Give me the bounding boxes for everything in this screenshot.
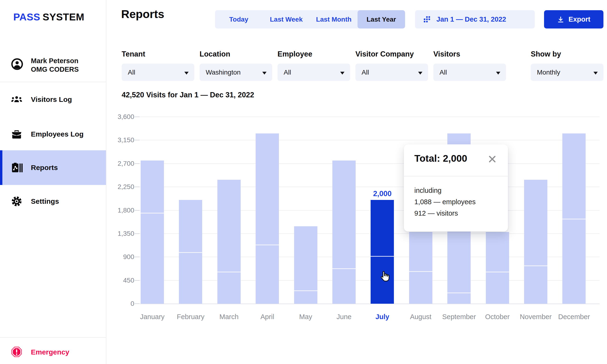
filter-show-by: Show by Monthly bbox=[531, 50, 603, 81]
tenant-select[interactable]: All bbox=[122, 64, 194, 81]
filter-visitor-company: Visitor Company All bbox=[356, 50, 428, 81]
emergency-octagon-icon bbox=[11, 346, 23, 358]
y-axis-tick bbox=[135, 210, 140, 211]
bar-november[interactable] bbox=[524, 180, 547, 304]
y-axis-label: 3,600 bbox=[106, 113, 134, 121]
logo-part-black: SYSTEM bbox=[42, 11, 84, 23]
filter-label: Visitors bbox=[433, 50, 506, 58]
sidebar-item-label: Employees Log bbox=[31, 130, 84, 138]
selected-value: All bbox=[362, 69, 369, 76]
sidebar-item-label: Settings bbox=[31, 197, 59, 205]
sidebar-item-settings[interactable]: Settings bbox=[0, 188, 106, 214]
bar-segment-divider bbox=[256, 245, 279, 245]
tab-last-year[interactable]: Last Year bbox=[357, 10, 405, 28]
download-icon bbox=[557, 16, 564, 23]
highlighted-bar-value-label: 2,000 bbox=[373, 189, 392, 198]
y-axis-label: 2,250 bbox=[106, 183, 134, 191]
avatar-icon bbox=[11, 58, 23, 70]
bar-segment-divider bbox=[179, 252, 202, 253]
bar-june[interactable] bbox=[332, 160, 356, 304]
bar-may[interactable] bbox=[294, 226, 317, 304]
filter-label: Employee bbox=[277, 50, 350, 58]
y-axis-tick bbox=[135, 234, 140, 234]
bar-segment-divider bbox=[486, 272, 509, 272]
briefcase-icon bbox=[11, 128, 23, 140]
chevron-down-icon bbox=[340, 72, 344, 75]
bar-february[interactable] bbox=[179, 200, 202, 304]
chart-heading: 42,520 Visits for Jan 1 — Dec 31, 2022 bbox=[122, 91, 254, 99]
calendar-grid-icon bbox=[423, 15, 431, 24]
filter-label: Show by bbox=[531, 50, 603, 58]
bar-segment-divider bbox=[524, 265, 547, 266]
bar-tooltip: Total: 2,000 including 1,088 — employees… bbox=[404, 144, 508, 232]
tab-last-week[interactable]: Last Week bbox=[263, 10, 310, 28]
date-range-text: Jan 1 — Dec 31, 2022 bbox=[436, 15, 506, 23]
employee-select[interactable]: All bbox=[277, 64, 350, 81]
show-by-select[interactable]: Monthly bbox=[531, 64, 603, 81]
bar-july[interactable] bbox=[371, 200, 394, 304]
y-axis-tick bbox=[135, 280, 140, 281]
y-axis-label: 1,800 bbox=[106, 207, 134, 214]
bar-segment-divider bbox=[562, 219, 586, 219]
filter-location: Location Washington bbox=[199, 50, 272, 81]
tooltip-title: Total: 2,000 bbox=[414, 153, 467, 164]
bar-segment-divider bbox=[409, 271, 432, 272]
bar-august[interactable] bbox=[409, 232, 432, 304]
tooltip-divider bbox=[404, 176, 508, 176]
page-title: Reports bbox=[121, 8, 164, 21]
close-icon[interactable] bbox=[488, 155, 497, 163]
filter-label: Visitor Company bbox=[356, 50, 428, 58]
visitor-company-select[interactable]: All bbox=[356, 64, 428, 81]
tab-last-month[interactable]: Last Month bbox=[310, 10, 357, 28]
sidebar: PASSSYSTEM Mark Peterson OMG CODERS Visi… bbox=[0, 0, 106, 364]
date-range-picker[interactable]: Jan 1 — Dec 31, 2022 bbox=[415, 10, 535, 28]
y-axis-label: 1,350 bbox=[106, 230, 134, 237]
location-select[interactable]: Washington bbox=[199, 64, 272, 81]
sidebar-item-label: Emergency bbox=[31, 348, 69, 356]
y-axis-tick bbox=[135, 140, 140, 140]
y-axis-label: 2,700 bbox=[106, 160, 134, 167]
bar-january[interactable] bbox=[141, 160, 164, 304]
x-axis-baseline bbox=[140, 304, 600, 304]
tooltip-line-including: including bbox=[414, 187, 441, 195]
bar-october[interactable] bbox=[486, 232, 509, 304]
sidebar-item-emergency[interactable]: Emergency bbox=[0, 340, 106, 364]
chevron-down-icon bbox=[184, 72, 189, 75]
bar-april[interactable] bbox=[256, 133, 279, 304]
sidebar-divider-top bbox=[0, 82, 106, 82]
bar-segment-divider bbox=[447, 293, 471, 293]
visitors-group-icon bbox=[11, 93, 23, 106]
sidebar-item-reports[interactable]: Reports bbox=[0, 150, 106, 185]
tab-today[interactable]: Today bbox=[215, 10, 263, 28]
gridline bbox=[140, 117, 600, 117]
time-range-tabs: Today Last Week Last Month Last Year bbox=[215, 10, 405, 28]
reports-clipboard-icon bbox=[11, 161, 23, 174]
filter-label: Tenant bbox=[122, 50, 194, 58]
filter-employee: Employee All bbox=[277, 50, 350, 81]
gear-icon bbox=[11, 195, 23, 208]
tooltip-line-employees: 1,088 — employees bbox=[414, 198, 476, 206]
x-axis-label-december: December bbox=[548, 313, 600, 321]
export-button-label: Export bbox=[568, 15, 590, 23]
bar-segment-divider bbox=[141, 213, 164, 213]
selected-value: Washington bbox=[206, 69, 241, 76]
y-axis-tick bbox=[135, 117, 140, 117]
chevron-down-icon bbox=[496, 72, 500, 75]
chevron-down-icon bbox=[418, 72, 422, 75]
user-profile[interactable]: Mark Peterson OMG CODERS bbox=[0, 56, 106, 74]
app-logo: PASSSYSTEM bbox=[13, 11, 84, 23]
sidebar-item-visitors-log[interactable]: Visitors Log bbox=[0, 86, 106, 113]
sidebar-item-employees-log[interactable]: Employees Log bbox=[0, 121, 106, 147]
export-button[interactable]: Export bbox=[544, 10, 603, 28]
filter-tenant: Tenant All bbox=[122, 50, 194, 81]
logo-part-blue: PASS bbox=[13, 11, 40, 23]
bar-march[interactable] bbox=[217, 180, 241, 304]
y-axis-tick bbox=[135, 187, 140, 187]
user-company: OMG CODERS bbox=[31, 65, 79, 74]
y-axis-tick bbox=[135, 163, 140, 164]
selected-value: Monthly bbox=[537, 69, 560, 76]
visitors-select[interactable]: All bbox=[433, 64, 506, 81]
chevron-down-icon bbox=[594, 72, 598, 75]
gridline bbox=[140, 140, 600, 140]
y-axis-tick bbox=[135, 257, 140, 257]
